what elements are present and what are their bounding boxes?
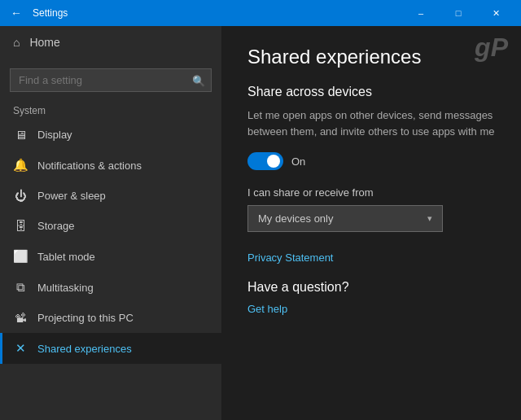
section-title: Share across devices [247,85,495,99]
toggle-knob [267,155,280,168]
search-input[interactable] [10,68,212,92]
title-bar: ← Settings – □ ✕ [0,0,521,26]
sidebar: ⌂ Home 🔍 System 🖥 Display 🔔 Notification… [0,26,221,420]
sidebar-item-shared[interactable]: ✕ Shared experiences [0,333,221,364]
back-icon: ← [11,7,22,20]
sidebar-item-projecting[interactable]: 📽 Projecting to this PC [0,303,221,333]
main-layout: ⌂ Home 🔍 System 🖥 Display 🔔 Notification… [0,26,521,420]
have-question-heading: Have a question? [247,280,495,295]
sidebar-section-label: System [0,98,221,120]
toggle-label: On [291,155,305,168]
dropdown-value: My devices only [258,212,333,225]
share-from-label: I can share or receive from [247,186,495,199]
back-button[interactable]: ← [7,3,26,23]
section-description: Let me open apps on other devices, send … [247,107,495,139]
sidebar-multitasking-label: Multitasking [37,282,94,294]
maximize-button[interactable]: □ [440,0,477,26]
sidebar-home-label: Home [29,36,59,49]
shared-icon: ✕ [13,341,28,356]
tablet-icon: ⬜ [13,249,28,264]
privacy-statement-link[interactable]: Privacy Statement [247,252,495,264]
close-button[interactable]: ✕ [477,0,514,26]
get-help-link[interactable]: Get help [247,303,287,315]
sidebar-shared-label: Shared experiences [37,343,132,355]
sidebar-tablet-label: Tablet mode [37,251,95,263]
sidebar-storage-label: Storage [37,220,75,232]
notifications-icon: 🔔 [13,158,28,173]
sidebar-item-tablet[interactable]: ⬜ Tablet mode [0,241,221,272]
sidebar-item-display[interactable]: 🖥 Display [0,120,221,150]
storage-icon: 🗄 [13,219,28,233]
sidebar-notifications-label: Notifications & actions [37,160,142,172]
display-icon: 🖥 [13,128,28,142]
window-controls: – □ ✕ [402,0,514,26]
sidebar-item-multitasking[interactable]: ⧉ Multitasking [0,272,221,303]
projecting-icon: 📽 [13,311,28,325]
gp-watermark: gP [475,33,508,63]
sidebar-search-container: 🔍 [10,68,212,92]
minimize-button[interactable]: – [402,0,440,26]
sidebar-item-storage[interactable]: 🗄 Storage [0,211,221,241]
sidebar-power-label: Power & sleep [37,190,106,202]
multitasking-icon: ⧉ [13,280,28,295]
power-icon: ⏻ [13,189,28,203]
share-toggle[interactable] [247,152,283,170]
search-icon: 🔍 [192,74,205,86]
page-title: Shared experiences [247,46,495,68]
devices-dropdown[interactable]: My devices only ▾ [247,205,443,232]
dropdown-arrow-icon: ▾ [427,213,432,224]
toggle-row: On [247,152,495,170]
sidebar-item-power[interactable]: ⏻ Power & sleep [0,181,221,211]
sidebar-item-notifications[interactable]: 🔔 Notifications & actions [0,150,221,181]
sidebar-projecting-label: Projecting to this PC [37,312,134,324]
home-icon: ⌂ [13,36,20,49]
window-title: Settings [33,7,68,19]
sidebar-item-home[interactable]: ⌂ Home [0,26,221,59]
content-area: gP Shared experiences Share across devic… [221,26,521,420]
sidebar-display-label: Display [37,129,72,141]
